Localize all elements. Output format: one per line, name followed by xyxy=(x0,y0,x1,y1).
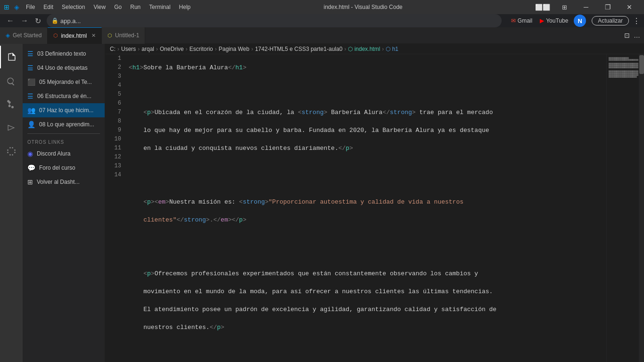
course-item-03[interactable]: ☰ 03 Definiendo texto xyxy=(23,47,105,61)
restore-button[interactable]: ❐ xyxy=(597,0,619,14)
dashboard-icon: ⊞ xyxy=(27,178,33,186)
code-editor[interactable]: 1 2 3 4 5 6 7 8 9 10 11 12 13 xyxy=(105,54,606,362)
forward-button[interactable]: → xyxy=(18,16,31,26)
menu-terminal[interactable]: Terminal xyxy=(145,4,174,10)
menu-run[interactable]: Run xyxy=(126,4,144,10)
activity-search[interactable] xyxy=(0,69,23,92)
code-line-5a: <p><em>Nuestra misión es: <strong>"Propo… xyxy=(129,197,606,206)
tab-untitled-label: Untitled-1 xyxy=(115,32,139,39)
breadcrumb-course[interactable]: 1742-HTML5 e CSS3 parte1-aula0 xyxy=(255,46,342,52)
code-line-7d: nuestros clientes.</p> xyxy=(129,323,606,332)
window-title: index.html - Visual Studio Code xyxy=(194,4,532,10)
layout-toggle-2[interactable]: ⊞ xyxy=(553,0,575,14)
menu-go[interactable]: Go xyxy=(110,4,125,10)
square-icon-05: ⬛ xyxy=(27,78,35,86)
minimize-button[interactable]: ─ xyxy=(575,0,597,14)
menu-view[interactable]: View xyxy=(90,4,109,10)
forum-link[interactable]: 💬 Foro del curso xyxy=(23,161,105,175)
code-line-3a: <p>Ubicada en el corazón de la ciudad, l… xyxy=(129,108,606,117)
back-button[interactable]: ← xyxy=(4,16,17,26)
url-text: app.a... xyxy=(60,17,81,25)
course-sidebar: ☰ 03 Definiendo texto ☰ 04 Uso de etique… xyxy=(23,44,105,362)
breadcrumb-file[interactable]: ⬡ index.html xyxy=(348,46,380,52)
tab-index-html[interactable]: ⬡ index.html ✕ xyxy=(48,27,102,44)
activity-explorer[interactable] xyxy=(0,46,23,68)
browser-navigation[interactable]: ← → ↻ xyxy=(4,16,44,26)
course-item-06-label: 06 Estructura de én... xyxy=(37,93,91,99)
more-tabs-icon[interactable]: … xyxy=(634,32,640,39)
tab-close-icon[interactable]: ✕ xyxy=(91,33,96,39)
gmail-icon: ✉ xyxy=(511,17,516,24)
list-icon-04: ☰ xyxy=(27,64,33,72)
code-line-3c: en la ciudad y conquista nuevos clientes… xyxy=(129,144,606,153)
menu-help[interactable]: Help xyxy=(175,4,195,10)
dashboard-label: Volver al Dasht... xyxy=(37,179,80,185)
menu-edit[interactable]: Edit xyxy=(40,4,57,10)
code-content[interactable]: <h1>Sobre la Barbería Alura</h1> <p>Ubic… xyxy=(125,54,606,362)
tab-get-started-label: Get Started xyxy=(13,32,41,39)
breadcrumb-escritorio[interactable]: Escritorio xyxy=(190,46,213,52)
discord-link[interactable]: ◉ Discord Alura xyxy=(23,147,105,161)
course-item-07[interactable]: 👥 07 Haz lo que hicim... xyxy=(23,103,105,117)
code-block-5: <p><em>Nuestra misión es: <strong>"Propo… xyxy=(129,189,606,233)
people-icon-07: 👥 xyxy=(27,107,35,114)
address-bar[interactable]: 🔒 app.a... xyxy=(47,14,502,27)
line-num-11: 11 xyxy=(105,144,121,153)
user-avatar[interactable]: N xyxy=(574,15,586,27)
menu-selection[interactable]: Selection xyxy=(58,4,89,10)
split-editor-icon[interactable]: ⊡ xyxy=(624,32,630,39)
breadcrumb-c[interactable]: C: xyxy=(110,46,116,52)
html-tab-icon: ⬡ xyxy=(53,33,58,39)
activity-source-control[interactable] xyxy=(0,93,23,115)
reload-button[interactable]: ↻ xyxy=(32,16,44,26)
forum-icon: 💬 xyxy=(27,164,35,172)
menu-bar[interactable]: File Edit Selection View Go Run Terminal… xyxy=(22,4,194,10)
breadcrumb: C: › Users › arqal › OneDrive › Escritor… xyxy=(105,44,644,54)
breadcrumb-onedrive[interactable]: OneDrive xyxy=(160,46,184,52)
code-line-2 xyxy=(129,81,606,90)
activity-run[interactable] xyxy=(0,116,23,139)
layout-toggle-1[interactable]: ⬜⬜ xyxy=(532,0,553,14)
person-icon-08: 👤 xyxy=(27,121,35,128)
window-controls[interactable]: ⬜⬜ ⊞ ─ ❐ ✕ xyxy=(532,0,640,14)
breadcrumb-h1[interactable]: ⬡ h1 xyxy=(386,46,398,52)
discord-icon: ◉ xyxy=(27,150,33,157)
dashboard-link[interactable]: ⊞ Volver al Dasht... xyxy=(23,175,105,189)
course-item-08[interactable]: 👤 08 Lo que aprendim... xyxy=(23,117,105,132)
discord-label: Discord Alura xyxy=(37,150,70,157)
youtube-shortcut[interactable]: ▶ YouTube xyxy=(537,16,571,25)
menu-file[interactable]: File xyxy=(22,4,39,10)
course-item-06[interactable]: ☰ 06 Estructura de én... xyxy=(23,89,105,103)
line-numbers: 1 2 3 4 5 6 7 8 9 10 11 12 13 xyxy=(105,54,125,362)
course-item-04[interactable]: ☰ 04 Uso de etiquetas xyxy=(23,61,105,75)
line-num-8: 8 xyxy=(105,117,121,126)
gmail-shortcut[interactable]: ✉ Gmail xyxy=(508,16,535,25)
other-links-label: OTROS LINKS xyxy=(23,136,105,147)
code-line-3b: lo que hay de mejor para su cabello y ba… xyxy=(129,126,606,135)
scrollbar[interactable] xyxy=(638,54,644,362)
tab-get-started[interactable]: ◈ Get Started xyxy=(0,27,48,44)
scroll-thumb[interactable] xyxy=(639,55,644,74)
code-line-7c: El atendimiento posee un padrón de excel… xyxy=(129,305,606,314)
gmail-label: Gmail xyxy=(518,17,532,24)
code-line-7b: movimiento en el mundo de la moda, para … xyxy=(129,287,606,296)
browser-menu-icon[interactable]: ⋮ xyxy=(633,16,640,25)
tabbar-right-actions[interactable]: ⊡ … xyxy=(624,32,644,39)
breadcrumb-paginaweb[interactable]: Pagina Web xyxy=(219,46,249,52)
activity-bar xyxy=(0,44,23,362)
code-block-3-5-7: <p>Ubicada en el corazón de la ciudad, l… xyxy=(129,99,606,162)
close-button[interactable]: ✕ xyxy=(619,0,640,14)
windows-icon: ⊞ xyxy=(4,3,9,11)
code-line-7a: <p>Ofrecemos profesionales experimentado… xyxy=(129,269,606,278)
browser-shortcuts[interactable]: ✉ Gmail ▶ YouTube xyxy=(508,16,571,25)
breadcrumb-users[interactable]: Users xyxy=(121,46,136,52)
activity-extensions[interactable] xyxy=(0,140,23,163)
code-line-6 xyxy=(129,242,606,251)
course-item-05[interactable]: ⬛ 05 Mejorando el Te... xyxy=(23,75,105,89)
tab-untitled[interactable]: ⬡ Untitled-1 xyxy=(102,27,145,44)
update-button[interactable]: Actualizar xyxy=(592,16,629,25)
js-tab-icon: ⬡ xyxy=(107,33,112,39)
breadcrumb-arqal[interactable]: arqal xyxy=(141,46,154,52)
line-num-12: 12 xyxy=(105,153,121,162)
code-line-8 xyxy=(129,350,606,359)
